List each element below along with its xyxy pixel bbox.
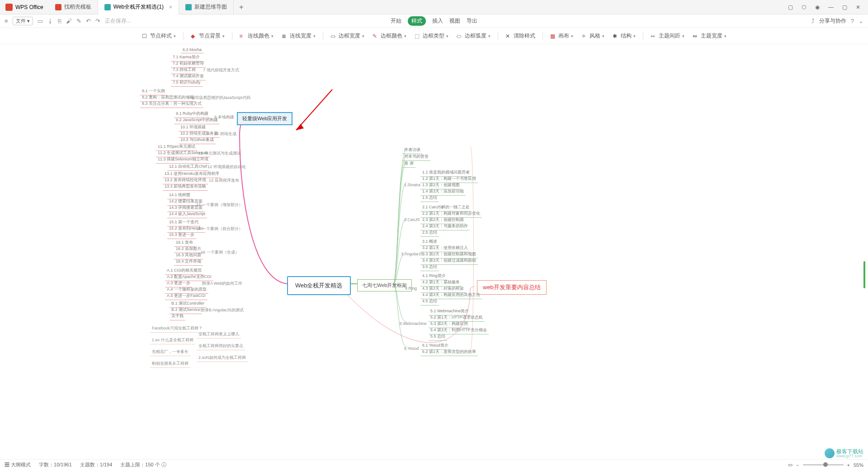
- menu-export[interactable]: 导出: [467, 17, 477, 25]
- leaf-node[interactable]: 4.5 总结: [420, 297, 439, 306]
- tool-clear[interactable]: ✕清除样式: [503, 32, 538, 40]
- leaf-node[interactable]: 3.5 总结: [420, 263, 439, 271]
- leaf-node[interactable]: 8.3 关注点分离：另一种实现方式: [140, 100, 203, 108]
- leaf-node[interactable]: Facebook只招全栈工程师？: [150, 324, 204, 333]
- mindmap-icon: [104, 4, 111, 10]
- undo-icon[interactable]: ↶: [86, 18, 91, 24]
- saving-status: 正在保存...: [105, 17, 131, 25]
- mindmap-icon: [185, 4, 192, 10]
- tool-line-color[interactable]: ≡连线颜色▾: [237, 32, 276, 40]
- leaf-node[interactable]: 2.5 总结: [420, 229, 439, 237]
- leaf-node[interactable]: 2.soN如何成为全栈工程师: [197, 354, 248, 362]
- scroll-indicator: [863, 261, 865, 288]
- leaf-node[interactable]: A.5 更进一步FastCGI: [165, 292, 208, 300]
- menu-icon[interactable]: ≡: [5, 18, 8, 24]
- tool-line-width[interactable]: ≣连线宽度▾: [279, 32, 318, 40]
- tab-template[interactable]: 找稻壳模板: [49, 0, 98, 14]
- menu-view[interactable]: 视图: [449, 17, 460, 25]
- avatar-icon[interactable]: ◉: [811, 1, 824, 14]
- export-icon[interactable]: ⎘: [58, 18, 61, 24]
- leaf-node[interactable]: 7.5 初识Todoify: [171, 79, 203, 87]
- download-icon[interactable]: ⭳: [47, 18, 53, 24]
- zoom-out-icon[interactable]: −: [796, 462, 799, 468]
- leaf-node[interactable]: 6.2 第1天：发挥类型的的效率: [420, 348, 478, 356]
- share-label[interactable]: 分享与协作: [819, 17, 846, 25]
- leaf-node[interactable]: 6.2 Mocha: [181, 47, 203, 53]
- minimize-button[interactable]: —: [825, 1, 837, 14]
- red-node[interactable]: web开发重要内容总结: [477, 280, 547, 295]
- chapter-label[interactable]: 4.Ring: [403, 285, 419, 291]
- outline-mode[interactable]: ☰ 大纲模式: [5, 461, 31, 468]
- leaf-node[interactable]: 15.3 更进一步: [167, 231, 196, 239]
- menu-start[interactable]: 开始: [391, 17, 401, 25]
- tool-border-type[interactable]: ⬚边框类型▾: [412, 32, 451, 40]
- chapter-label[interactable]: 6.Yesod: [402, 345, 420, 352]
- tool-topic-gap[interactable]: ⇿主题间距▾: [648, 32, 687, 40]
- leaf-node[interactable]: 5.5 总结: [429, 333, 447, 341]
- selected-node[interactable]: 轻量级Web应用开发: [237, 112, 292, 125]
- tab-add[interactable]: +: [234, 3, 249, 11]
- leaf-node[interactable]: 1.5 总结: [420, 194, 439, 202]
- chevron-down-icon[interactable]: ⌄: [859, 18, 863, 24]
- root-node[interactable]: Web全栈开发精选: [287, 276, 351, 295]
- leaf-node[interactable]: 16.4 文件存储: [174, 258, 203, 266]
- chapter-label[interactable]: 5.Webmachine: [398, 320, 429, 327]
- leaf-node[interactable]: 全栈工程师意义上哪儿: [197, 330, 241, 338]
- leaf-node[interactable]: 关于我: [170, 312, 185, 320]
- tab-document[interactable]: Web全栈开发精选(1) ×: [98, 0, 179, 14]
- template-icon: [55, 4, 61, 10]
- feedback-icon[interactable]: ▢: [784, 1, 797, 14]
- redo-icon[interactable]: ↷: [95, 18, 100, 24]
- svg-marker-1: [296, 124, 304, 130]
- leaf-node[interactable]: 1.so 什么是全栈工程师: [150, 336, 195, 344]
- tool-structure[interactable]: ✱结构▾: [610, 32, 638, 40]
- leaf-node[interactable]: 致 谢: [402, 160, 415, 168]
- word-count: 字数：10/1961: [39, 461, 72, 468]
- branch-label[interactable]: 16 一个案例（生成）: [199, 249, 241, 256]
- style-toolbar: ☐节点样式▾ ◆节点背景▾ ≡连线颜色▾ ≣连线宽度▾ ▭边框宽度▾ ✎边框颜色…: [0, 28, 868, 44]
- tool-border-color[interactable]: ✎边框颜色▾: [370, 32, 409, 40]
- open-icon[interactable]: ▭: [38, 18, 43, 24]
- leaf-node[interactable]: 14.4 嵌入JavaScript: [167, 210, 207, 218]
- leaf-node[interactable]: 先精后广，一专多长: [150, 348, 190, 356]
- leaf-node[interactable]: 全栈工程师用好的实要点: [197, 342, 245, 350]
- tool-node-bg[interactable]: ◆节点背景▾: [188, 32, 227, 40]
- maximize-button[interactable]: ▢: [838, 1, 851, 14]
- chapter-label[interactable]: 2.CanJS: [402, 216, 422, 223]
- cube-icon[interactable]: ⬡: [797, 1, 810, 14]
- watermark: 极客下载站 www.jy77.com: [825, 448, 863, 458]
- tool-border-radius[interactable]: ⬭边框弧度▾: [454, 32, 493, 40]
- share-icon[interactable]: ⤴: [811, 18, 815, 24]
- tool-canvas[interactable]: ▦画布▾: [547, 32, 576, 40]
- titlebar: WPS Office 找稻壳模板 Web全栈开发精选(1) × 新建思维导图 +…: [0, 0, 868, 14]
- zoom-in-icon[interactable]: +: [847, 462, 850, 468]
- menu-style[interactable]: 样式: [408, 16, 426, 26]
- menu-insert[interactable]: 插入: [432, 17, 443, 25]
- close-button[interactable]: ✕: [852, 1, 864, 14]
- close-icon[interactable]: ×: [169, 4, 172, 10]
- watermark-logo: [825, 448, 835, 458]
- app-name: WPS Office: [15, 4, 43, 10]
- svg-line-0: [296, 89, 332, 130]
- pen-icon[interactable]: ✎: [76, 18, 81, 24]
- leaf-node[interactable]: 刚创业朋友从工程师: [150, 360, 190, 368]
- topic-limit: 主题上限：150 个 ⓘ: [120, 461, 166, 468]
- file-menu[interactable]: 文件 ▾: [13, 17, 33, 25]
- help-icon[interactable]: ?: [851, 18, 854, 24]
- leaf-node[interactable]: 13.3 新场典型发布策略: [163, 183, 208, 191]
- chapter-label[interactable]: 1.Sinatra: [402, 182, 422, 188]
- tool-border-width[interactable]: ▭边框宽度▾: [328, 32, 367, 40]
- branch-label[interactable]: 7 现代前端开发方式: [201, 66, 241, 74]
- statusbar: ☰ 大纲模式 字数：10/1961 主题数：1/194 主题上限：150 个 ⓘ…: [0, 459, 868, 470]
- brush-icon[interactable]: 🖌: [66, 18, 72, 24]
- zoom-slider[interactable]: [803, 464, 844, 465]
- tool-node-style[interactable]: ☐节点样式▾: [139, 32, 179, 40]
- zoom-value: 55%: [854, 462, 863, 468]
- tab-new-mindmap[interactable]: 新建思维导图: [179, 0, 234, 14]
- menubar: ≡ 文件 ▾ ▭ ⭳ ⎘ 🖌 ✎ ↶ ↷ 正在保存... 开始 样式 插入 视图…: [0, 14, 868, 28]
- zoom-fit-icon[interactable]: ▭: [788, 462, 793, 468]
- app-logo: WPS Office: [0, 4, 49, 11]
- tool-theme[interactable]: ✧风格▾: [579, 32, 607, 40]
- tool-topic-width[interactable]: ⇔主题宽度▾: [690, 32, 729, 40]
- mindmap-canvas[interactable]: Web全栈开发精选 轻量级Web应用开发 七周七Web开发框架 web开发重要内…: [0, 44, 868, 459]
